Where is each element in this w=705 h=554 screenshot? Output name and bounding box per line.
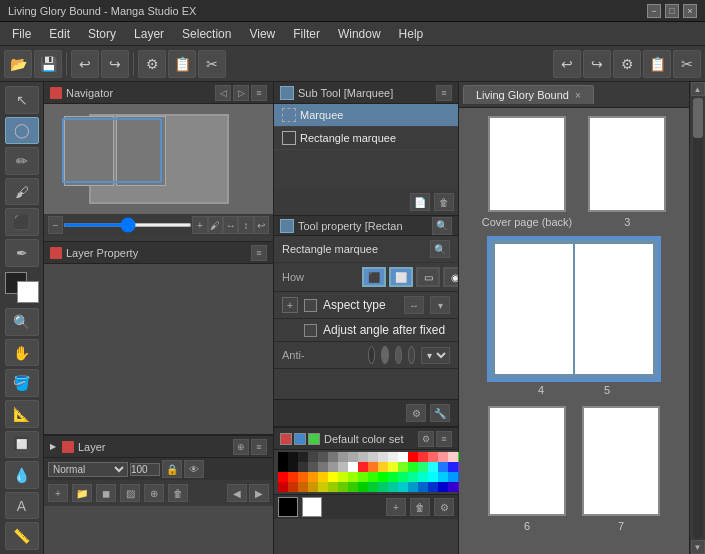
bg-color[interactable] [302,497,322,517]
color-cell[interactable] [438,472,448,482]
color-cell[interactable] [278,452,288,462]
layer-add[interactable]: + [48,484,68,502]
tool-hand[interactable]: ✋ [5,339,39,367]
color-cell[interactable] [278,462,288,472]
tool-ruler[interactable]: 📐 [5,400,39,428]
color-cell[interactable] [398,452,408,462]
palette-btn[interactable]: ⚙ [418,431,434,447]
color-cell[interactable] [358,452,368,462]
color-cell[interactable] [298,462,308,472]
color-cell[interactable] [288,482,298,492]
sub-tool-marquee[interactable]: Marquee [274,104,458,127]
color-cell[interactable] [408,462,418,472]
color-cell[interactable] [358,462,368,472]
toolbar-right1[interactable]: ↩ [553,50,581,78]
tool-pen[interactable]: ✏ [5,147,39,175]
color-cell[interactable] [388,472,398,482]
color-cell[interactable] [328,482,338,492]
tool-marquee[interactable]: ◯ [5,117,39,145]
color-cell[interactable] [338,482,348,492]
layer-fill[interactable]: ▨ [120,484,140,502]
color-cell[interactable] [378,472,388,482]
menu-filter[interactable]: Filter [285,25,328,43]
color-cell[interactable] [338,462,348,472]
tool-rect[interactable]: 🔲 [5,431,39,459]
color-cell[interactable] [398,472,408,482]
menu-story[interactable]: Story [80,25,124,43]
tool-eyedrop[interactable]: 💧 [5,461,39,489]
canvas-tab-close[interactable]: × [575,90,581,101]
close-button[interactable]: × [683,4,697,18]
color-cell[interactable] [298,472,308,482]
tool-text[interactable]: A [5,492,39,520]
tool-vector[interactable]: ✒ [5,239,39,267]
anti-circle-3[interactable] [395,346,402,364]
aspect-expand[interactable]: + [282,297,298,313]
tool-prop-wrench[interactable]: 🔧 [430,404,450,422]
color-cell[interactable] [328,462,338,472]
color-cell[interactable] [328,452,338,462]
color-cell[interactable] [378,462,388,472]
color-cell[interactable] [308,452,318,462]
sub-tool-delete[interactable]: 🗑 [434,193,454,211]
nav-brush[interactable]: 🖌 [208,216,223,234]
color-cell[interactable] [408,482,418,492]
color-cell[interactable] [308,482,318,492]
color-cell[interactable] [448,452,458,462]
aspect-checkbox[interactable] [304,299,317,312]
layer-prop-btn1[interactable]: ≡ [251,245,267,261]
palette-add[interactable]: + [386,498,406,516]
color-cell[interactable] [338,472,348,482]
color-cell[interactable] [288,452,298,462]
nav-btn1[interactable]: ◁ [215,85,231,101]
palette-swatch3[interactable] [308,433,320,445]
layer-btn1[interactable]: ⊕ [233,439,249,455]
color-cell[interactable] [418,462,428,472]
menu-view[interactable]: View [241,25,283,43]
color-cell[interactable] [388,452,398,462]
tool-zoom[interactable]: 🔍 [5,308,39,336]
toolbar-right2[interactable]: ↪ [583,50,611,78]
color-cell[interactable] [288,472,298,482]
tool-bucket[interactable]: 🪣 [5,369,39,397]
color-cell[interactable] [338,452,348,462]
nav-tool2[interactable]: ↔ [223,216,238,234]
color-cell[interactable] [398,482,408,492]
color-cell[interactable] [348,462,358,472]
palette-settings2[interactable]: ⚙ [434,498,454,516]
tool-prop-zoom[interactable]: 🔍 [430,240,450,258]
color-cell[interactable] [318,462,328,472]
color-cell[interactable] [368,452,378,462]
toolbar-undo[interactable]: ↩ [71,50,99,78]
color-cell[interactable] [448,482,458,492]
color-cell[interactable] [318,482,328,492]
toolbar-redo[interactable]: ↪ [101,50,129,78]
toolbar-save[interactable]: 💾 [34,50,62,78]
menu-file[interactable]: File [4,25,39,43]
menu-window[interactable]: Window [330,25,389,43]
scroll-down[interactable]: ▼ [691,540,705,554]
fg-color[interactable] [278,497,298,517]
color-cell[interactable] [438,452,448,462]
menu-layer[interactable]: Layer [126,25,172,43]
color-cell[interactable] [438,462,448,472]
sub-tool-add[interactable]: 📄 [410,193,430,211]
tool-line[interactable]: 📏 [5,522,39,550]
page-img-3[interactable] [588,116,666,212]
tool-prop-settings[interactable]: ⚙ [406,404,426,422]
layer-folder[interactable]: 📁 [72,484,92,502]
color-cell[interactable] [418,482,428,492]
tool-prop-search[interactable]: 🔍 [432,217,452,235]
layer-lock[interactable]: 🔒 [162,460,182,478]
page-img-6[interactable] [488,406,566,516]
canvas-tab[interactable]: Living Glory Bound × [463,85,594,104]
color-selector[interactable] [5,272,39,304]
color-cell[interactable] [408,472,418,482]
adjust-checkbox[interactable] [304,324,317,337]
color-cell[interactable] [348,452,358,462]
how-btn2[interactable]: ⬜ [389,267,413,287]
layer-merge[interactable]: ⊕ [144,484,164,502]
how-btn4[interactable]: ◉ [443,267,458,287]
nav-tool3[interactable]: ↕ [238,216,253,234]
color-cell[interactable] [318,452,328,462]
